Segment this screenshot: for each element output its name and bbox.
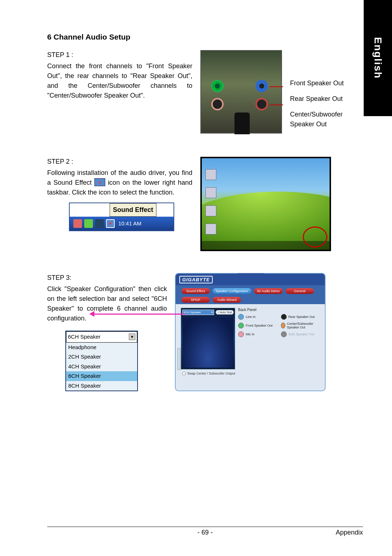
desktop-icon <box>205 187 216 198</box>
tab-general[interactable]: General <box>286 288 314 294</box>
radio-icon <box>182 372 186 375</box>
port-front-out[interactable]: Front Speaker Out <box>238 322 277 329</box>
tray-icon <box>84 219 93 228</box>
jack-icon <box>281 314 287 320</box>
desktop-screenshot <box>200 157 331 251</box>
jack-icon <box>238 323 244 328</box>
clock-text: 10:41 AM <box>118 220 141 228</box>
port-line-in[interactable]: Line In <box>238 314 277 320</box>
label-center-sub-out: Center/Subwoofer Speaker Out <box>290 110 364 129</box>
dropdown-option[interactable]: 4CH Speaker <box>66 362 137 372</box>
tab-spdif[interactable]: SPDIF <box>181 297 210 303</box>
page-number: - 69 - <box>197 529 213 536</box>
callout-circle <box>303 226 327 248</box>
tab-3d-audio-demo[interactable]: 3D Audio Demo <box>254 288 283 294</box>
callout-arrow-head-icon <box>89 311 94 317</box>
dropdown-selected[interactable]: 6CH Speaker ▼ <box>66 331 137 343</box>
gigabyte-logo: GIGABYTE <box>179 276 213 283</box>
jack-icon <box>238 314 244 320</box>
jack-icon <box>281 323 285 328</box>
chevron-down-icon: ▾ <box>211 311 213 314</box>
channel-dropdown[interactable]: 6CH Speaker ▾ <box>182 310 214 315</box>
dropdown-option[interactable]: 2CH Speaker <box>66 352 137 362</box>
jack-rear-pink <box>211 98 224 110</box>
tab-speaker-configuration[interactable]: Speaker Configuration <box>213 288 251 294</box>
port-side-out[interactable]: Side Speaker Out <box>281 331 320 337</box>
back-panel-heading: Back Panel <box>238 308 320 312</box>
desktop-icon <box>205 169 216 180</box>
step3-body: Click "Speaker Configuration" then click… <box>47 284 167 323</box>
leader-line <box>269 86 283 87</box>
tray-icon <box>73 219 82 228</box>
callout-arrow-line <box>91 314 185 315</box>
jack-icon <box>281 331 287 337</box>
jack-center-red <box>256 98 268 110</box>
desktop-icon <box>205 205 216 216</box>
tooltip-sound-effect: Sound Effect <box>110 203 156 217</box>
tab-audio-wizard[interactable]: Audio Wizard <box>213 297 241 303</box>
port-rear-out[interactable]: Rear Speaker Out <box>281 314 320 320</box>
room-preview-panel: 6CH Speaker ▾ ○ Auto Test <box>181 308 235 369</box>
jack-icon <box>238 331 244 337</box>
chevron-down-icon[interactable]: ▼ <box>129 334 135 340</box>
port-center-sub-out[interactable]: Center/Subwoofer Speaker Out <box>281 322 320 329</box>
titlebar-grip-icon: ▮▮▮▮▮▮▮▮▮ <box>237 271 264 279</box>
step2-body: Following installation of the audio driv… <box>47 168 192 197</box>
channel-dropdown-text: 6CH Speaker <box>184 311 201 314</box>
taskbar-screenshot: Sound Effect 10:41 AM <box>69 203 174 231</box>
audio-cable <box>234 113 250 134</box>
dropdown-list: Headphone 2CH Speaker 4CH Speaker 6CH Sp… <box>66 343 137 391</box>
label-front-speaker-out: Front Speaker Out <box>290 78 364 88</box>
dropdown-option-selected[interactable]: 6CH Speaker <box>66 371 137 381</box>
port-mic-in[interactable]: Mic In <box>238 331 277 337</box>
step1-body: Connect the front channels to "Front Spe… <box>47 61 192 101</box>
footer-rule <box>47 527 363 527</box>
dropdown-screenshot: 6CH Speaker ▼ Headphone 2CH Speaker 4CH … <box>65 331 138 391</box>
sound-effect-icon <box>94 178 105 186</box>
tab-bar: Sound Effect Speaker Configuration 3D Au… <box>176 285 325 304</box>
tab-sound-effect[interactable]: Sound Effect <box>181 288 210 294</box>
desktop-icon <box>205 224 216 234</box>
label-rear-speaker-out: Rear Speaker Out <box>290 94 364 104</box>
dropdown-option[interactable]: 8CH Speaker <box>66 381 137 391</box>
step3-label: STEP 3: <box>47 273 167 283</box>
window-titlebar: ▮▮▮▮▮▮▮▮▮ GIGABYTE <box>176 274 325 285</box>
rear-panel-photo <box>200 50 282 134</box>
tray-sound-effect-icon[interactable] <box>106 219 115 228</box>
jack-blue <box>256 80 268 92</box>
leader-line <box>269 105 283 105</box>
page-title: 6 Channel Audio Setup <box>47 33 364 41</box>
auto-test-button[interactable]: ○ Auto Test <box>216 310 234 315</box>
jack-front-green <box>211 80 224 92</box>
room-illustration <box>183 318 233 368</box>
gigabyte-config-window: ▮▮▮▮▮▮▮▮▮ GIGABYTE Sound Effect Speaker … <box>175 273 326 391</box>
volume-slider[interactable] <box>177 348 180 370</box>
step2-label: STEP 2 : <box>47 157 192 167</box>
tray-icon <box>95 219 104 228</box>
dropdown-selected-text: 6CH Speaker <box>68 333 101 341</box>
dropdown-option[interactable]: Headphone <box>66 343 137 352</box>
step1-label: STEP 1 : <box>47 50 192 60</box>
swap-center-sub-option[interactable]: Swap Center / Subwoofer Output <box>176 371 325 376</box>
section-name: Appendix <box>336 529 363 536</box>
